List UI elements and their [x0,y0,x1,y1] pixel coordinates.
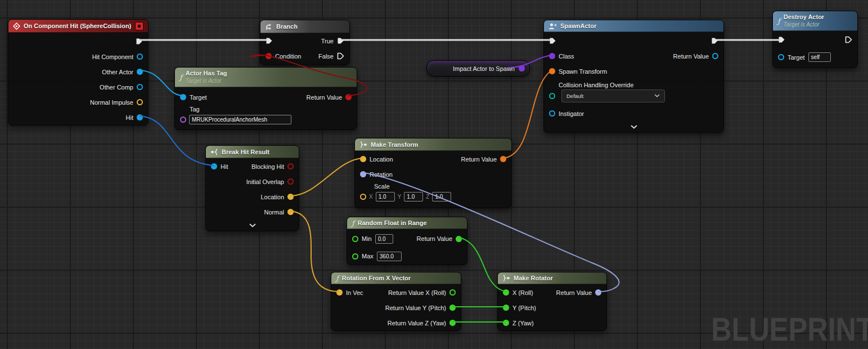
hit-pin[interactable] [211,163,217,169]
node-impact-actor-to-spawn[interactable]: Impact Actor to Spawn [426,60,530,77]
node-make-transform[interactable]: Make Transform Location Return Value Rot… [354,138,512,208]
event-icon [13,23,20,30]
exec-out-pin[interactable] [711,37,718,44]
max-pin[interactable] [352,253,358,259]
node-on-component-hit[interactable]: On Component Hit (SphereCollision) Hit C… [8,19,149,126]
blocking-hit-pin[interactable] [287,163,294,169]
expand-advanced-button[interactable] [206,220,299,231]
return-x-pin[interactable] [449,289,456,296]
normal-impulse-pin[interactable] [137,99,143,105]
location-pin[interactable] [287,194,294,200]
target-input[interactable] [808,52,831,62]
node-branch[interactable]: Branch True Condition False [260,20,350,65]
pin-label: Return Value Z (Yaw) [388,320,446,326]
pin-label: In Vec [346,289,363,296]
return-z-pin[interactable] [449,320,456,326]
return-value-pin[interactable] [345,94,352,100]
scale-x-input[interactable] [376,192,395,202]
node-header[interactable]: SpawnActor [544,20,723,32]
hit-component-pin[interactable] [137,53,143,60]
pin-label: Initial Overlap [246,178,284,185]
exec-in-pin[interactable] [778,36,785,43]
condition-pin[interactable] [266,53,272,59]
node-title: Rotation From X Vector [342,275,411,281]
pin-label: Z (Yaw) [512,320,534,326]
wire-location-to-make-transform[interactable] [290,158,363,196]
node-header[interactable]: Make Rotator [498,272,606,284]
return-value-pin[interactable] [500,156,506,162]
max-input[interactable] [377,252,402,261]
node-spawn-actor[interactable]: SpawnActor Class Return Value Spawn Tran… [543,20,724,133]
node-title: Destroy Actor [784,14,824,21]
pin-label: Condition [275,53,301,60]
variable-output-pin[interactable] [519,65,525,71]
collision-handling-pin[interactable] [549,93,555,99]
pin-label: Min [362,235,372,242]
tag-input[interactable] [189,115,291,124]
pin-label: Spawn Transform [559,68,607,75]
pin-label: Collision Handling Override [559,82,723,88]
pin-label: X (Roll) [512,289,533,296]
function-icon: ƒ [336,275,339,282]
event-delegate-box-icon[interactable] [135,22,143,30]
target-pin[interactable] [778,54,784,60]
other-comp-pin[interactable] [137,84,143,90]
z-yaw-pin[interactable] [503,320,509,326]
dropdown-value: Default [566,93,583,99]
blueprint-canvas[interactable]: BLUEPRINT On Component Hit (SphereCollis… [0,0,868,349]
exec-out-pin[interactable] [136,38,143,45]
node-header[interactable]: Branch [260,20,349,33]
location-pin[interactable] [360,156,366,162]
return-value-pin[interactable] [456,236,462,242]
return-y-pin[interactable] [449,305,456,311]
node-header[interactable]: ƒ Rotation From X Vector [331,272,461,284]
collision-handling-dropdown[interactable]: Default [561,90,665,102]
target-pin[interactable] [180,94,186,100]
return-value-pin[interactable] [595,289,601,296]
initial-overlap-pin[interactable] [287,178,294,185]
exec-in-pin[interactable] [549,37,556,44]
instigator-pin[interactable] [549,110,555,117]
in-vec-pin[interactable] [336,289,343,296]
node-header[interactable]: On Component Hit (SphereCollision) [8,20,148,33]
node-subtitle: Target is Actor [186,78,227,85]
node-header[interactable]: Break Hit Result [206,146,299,158]
pin-label: Normal [264,209,284,216]
min-pin[interactable] [352,236,358,242]
pin-label: Instigator [559,110,584,117]
node-random-float-in-range[interactable]: ƒ Random Float in Range Min Return Value… [347,217,467,265]
x-roll-pin[interactable] [503,289,509,296]
node-break-hit-result[interactable]: Break Hit Result Hit Blocking Hit Initia… [205,145,299,231]
blueprint-watermark: BLUEPRINT [711,310,868,348]
node-header[interactable]: ƒ Destroy Actor Target is Actor [773,11,857,31]
expand-advanced-button[interactable] [544,121,723,132]
other-actor-pin[interactable] [137,69,143,75]
node-rotation-from-x-vector[interactable]: ƒ Rotation From X Vector In Vec Return V… [331,272,461,331]
axis-x-label: X [369,194,373,200]
node-header[interactable]: ƒ Actor Has Tag Target is Actor [175,68,357,87]
node-header[interactable]: ƒ Random Float in Range [347,217,467,229]
node-title: Random Float in Range [358,220,427,226]
class-pin[interactable] [549,53,555,59]
return-value-pin[interactable] [712,53,718,59]
spawn-transform-pin[interactable] [549,68,555,74]
min-input[interactable] [375,234,393,244]
exec-in-pin[interactable] [266,37,273,44]
pin-label: Other Comp [100,84,133,91]
exec-out-pin[interactable] [845,36,852,43]
node-header[interactable]: Make Transform [355,138,511,151]
scale-y-input[interactable] [404,192,423,202]
scale-z-input[interactable] [432,192,451,202]
axis-y-label: Y [398,194,402,200]
scale-pin[interactable] [360,194,366,200]
y-pitch-pin[interactable] [503,305,509,311]
true-exec-pin[interactable] [337,37,344,44]
tag-pin[interactable] [180,117,186,123]
node-destroy-actor[interactable]: ƒ Destroy Actor Target is Actor Target [772,11,858,68]
rotation-pin[interactable] [360,171,366,177]
normal-pin[interactable] [287,209,294,215]
node-actor-has-tag[interactable]: ƒ Actor Has Tag Target is Actor Target R… [174,67,357,130]
hit-pin[interactable] [137,114,143,120]
false-exec-pin[interactable] [337,52,344,60]
node-make-rotator[interactable]: Make Rotator X (Roll) Return Value Y (Pi… [497,272,607,331]
